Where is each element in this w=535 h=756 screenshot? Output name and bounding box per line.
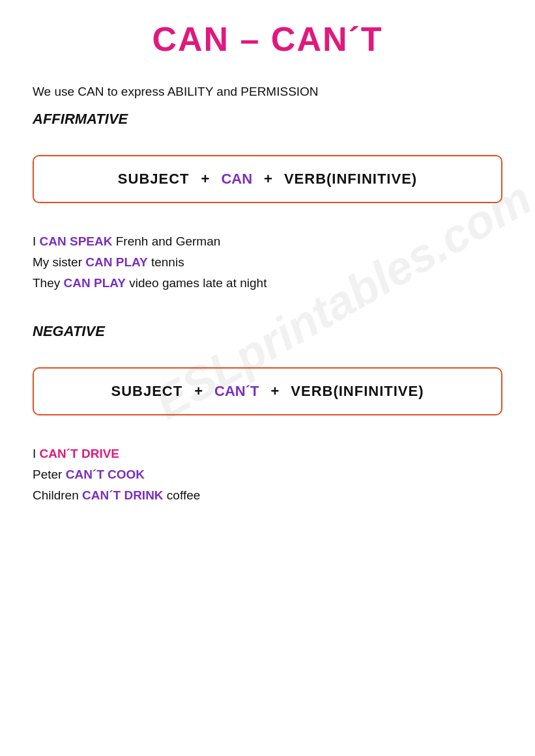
neg-example3-highlight: CAN´T DRINK bbox=[82, 488, 164, 502]
affirmative-plus2: + bbox=[264, 171, 272, 188]
neg-example2-highlight: CAN´T COOK bbox=[66, 468, 145, 481]
negative-example-1: I CAN´T DRIVE bbox=[33, 447, 502, 461]
affirmative-example-1: I CAN SPEAK Frenh and German bbox=[33, 234, 502, 249]
negative-subject: SUBJECT bbox=[111, 383, 182, 400]
affirmative-label: AFFIRMATIVE bbox=[33, 111, 502, 128]
negative-label: NEGATIVE bbox=[33, 323, 502, 340]
negative-example-3: Children CAN´T DRINK coffee bbox=[33, 488, 502, 503]
intro-text: We use CAN to express ABILITY and PERMIS… bbox=[33, 85, 502, 99]
affirmative-can: CAN bbox=[221, 171, 252, 188]
neg-example1-before: I bbox=[33, 447, 40, 460]
negative-plus2: + bbox=[270, 383, 279, 400]
example3-after: video games late at night bbox=[126, 276, 267, 290]
example1-after: Frenh and German bbox=[112, 234, 220, 248]
negative-verb: VERB(INFINITIVE) bbox=[291, 383, 424, 400]
negative-plus1: + bbox=[194, 383, 203, 400]
neg-example3-before: Children bbox=[33, 488, 82, 502]
example3-before: They bbox=[33, 276, 64, 290]
affirmative-examples: I CAN SPEAK Frenh and German My sister C… bbox=[33, 234, 502, 290]
affirmative-plus1: + bbox=[201, 171, 210, 188]
example1-before: I bbox=[33, 234, 40, 248]
neg-example3-after: coffee bbox=[164, 488, 201, 502]
example1-highlight: CAN SPEAK bbox=[40, 234, 113, 248]
negative-formula-box: SUBJECT + CAN´T + VERB(INFINITIVE) bbox=[33, 367, 502, 415]
neg-example1-highlight: CAN´T DRIVE bbox=[40, 447, 119, 460]
affirmative-formula-box: SUBJECT + CAN + VERB(INFINITIVE) bbox=[33, 155, 502, 203]
example2-highlight: CAN PLAY bbox=[85, 255, 147, 269]
affirmative-verb: VERB(INFINITIVE) bbox=[284, 171, 417, 188]
example3-highlight: CAN PLAY bbox=[64, 276, 126, 290]
affirmative-example-2: My sister CAN PLAY tennis bbox=[33, 255, 502, 270]
example2-before: My sister bbox=[33, 255, 85, 269]
negative-example-2: Peter CAN´T COOK bbox=[33, 468, 502, 482]
negative-cant: CAN´T bbox=[214, 383, 259, 400]
affirmative-subject: SUBJECT bbox=[118, 171, 190, 188]
page-title: CAN – CAN´T bbox=[33, 20, 502, 59]
negative-examples: I CAN´T DRIVE Peter CAN´T COOK Children … bbox=[33, 447, 502, 503]
neg-example2-before: Peter bbox=[33, 468, 66, 481]
affirmative-example-3: They CAN PLAY video games late at night bbox=[33, 276, 502, 290]
example2-after: tennis bbox=[148, 255, 184, 269]
